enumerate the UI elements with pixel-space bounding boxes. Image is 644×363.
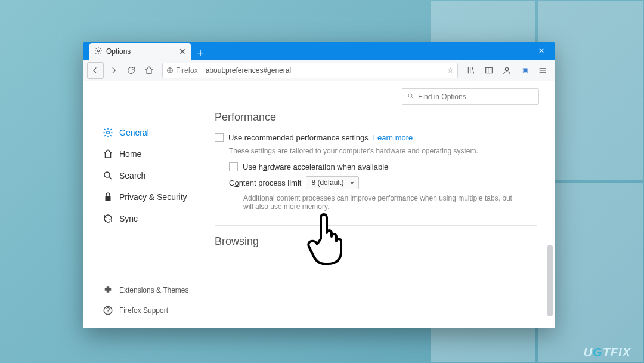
tab-close-icon[interactable]: ✕ [179,47,186,56]
account-button[interactable] [499,62,515,79]
site-identity[interactable]: Firefox [166,66,202,75]
find-in-options-input[interactable]: Find in Options [402,88,539,105]
extension-indicator-icon[interactable]: ▣ [516,62,533,79]
svg-point-4 [408,94,412,97]
url-bar[interactable]: Firefox about:preferences#general ☆ [162,63,458,78]
site-identity-label: Firefox [176,66,198,75]
sidebars-button[interactable] [481,62,497,79]
tab-label: Options [106,47,131,56]
svg-point-5 [107,131,110,134]
svg-point-0 [97,50,100,52]
sidebar-item-sync[interactable]: Sync [100,209,203,228]
svg-rect-2 [486,67,493,73]
forward-button[interactable] [105,62,122,79]
vertical-scrollbar[interactable] [547,245,553,316]
home-button[interactable] [141,62,157,79]
bookmark-star-icon[interactable]: ☆ [447,66,454,75]
preferences-sidebar: General Home Search Privacy & Security S… [83,81,203,328]
navigation-toolbar: Firefox about:preferences#general ☆ ▣ [83,60,555,81]
gear-icon [94,47,103,57]
window-titlebar: Options ✕ + – ☐ ✕ [83,42,555,60]
chevron-down-icon: ▾ [351,180,354,186]
sidebar-label: Sync [119,214,138,223]
help-text-tailored: These settings are tailored to your comp… [229,147,537,155]
preferences-content: Find in Options General Home Search Priv… [83,81,555,328]
svg-point-6 [104,172,110,177]
app-menu-button[interactable] [534,62,551,79]
maximize-button[interactable]: ☐ [502,42,528,60]
close-window-button[interactable]: ✕ [528,42,555,60]
row-content-process-limit: Content process limit 8 (default) ▾ [229,176,537,189]
tab-options[interactable]: Options ✕ [89,43,191,60]
sidebar-label: Extensions & Themes [119,286,189,294]
sidebar-item-support[interactable]: Firefox Support [100,301,203,320]
new-tab-button[interactable]: + [191,47,210,60]
row-hw-accel: Use hardware acceleration when available [229,162,537,171]
sidebar-label: Firefox Support [119,306,168,315]
url-text: about:preferences#general [206,66,291,75]
section-title-performance: Performance [215,111,537,124]
sidebar-item-general[interactable]: General [100,123,203,142]
reload-button[interactable] [123,62,140,79]
sidebar-item-home[interactable]: Home [100,144,203,164]
sidebar-bottom: Extensions & Themes Firefox Support [100,281,203,322]
sidebar-label: Home [119,149,141,159]
sidebar-item-privacy[interactable]: Privacy & Security [100,187,203,207]
firefox-window: Options ✕ + – ☐ ✕ Firefox abo [83,42,555,328]
sidebar-label: General [119,128,149,137]
sidebar-label: Privacy & Security [119,192,187,202]
label-use-recommended[interactable]: UUse recommended performance settingsse … [228,133,369,142]
back-button[interactable] [87,62,104,79]
preferences-main-panel: Performance UUse recommended performance… [203,81,555,328]
checkbox-use-recommended[interactable] [215,133,224,142]
select-process-limit-value: 8 (default) [311,179,343,187]
label-hw-accel[interactable]: Use hardware acceleration when available [243,162,388,171]
search-placeholder: Find in Options [418,93,466,101]
watermark: UGTFIX [584,346,631,359]
label-content-process-limit: Content process limit [229,179,301,187]
sidebar-item-search[interactable]: Search [100,166,203,185]
link-learn-more[interactable]: Learn more [373,133,413,142]
find-in-options-wrapper: Find in Options [402,88,539,105]
tab-strip: Options ✕ + [83,42,476,60]
help-text-process-limit: Additional content processes can improve… [243,194,518,211]
row-use-recommended: UUse recommended performance settingsse … [215,133,537,142]
checkbox-hw-accel[interactable] [229,162,238,171]
library-button[interactable] [463,62,479,79]
svg-point-8 [108,312,109,313]
section-divider [215,225,537,226]
select-process-limit[interactable]: 8 (default) ▾ [306,176,359,189]
section-title-browsing: Browsing [215,235,537,248]
svg-point-3 [505,67,508,70]
window-controls: – ☐ ✕ [476,42,555,60]
sidebar-item-extensions[interactable]: Extensions & Themes [100,281,203,300]
sidebar-label: Search [119,171,145,180]
search-icon [407,93,414,101]
minimize-button[interactable]: – [476,42,502,60]
